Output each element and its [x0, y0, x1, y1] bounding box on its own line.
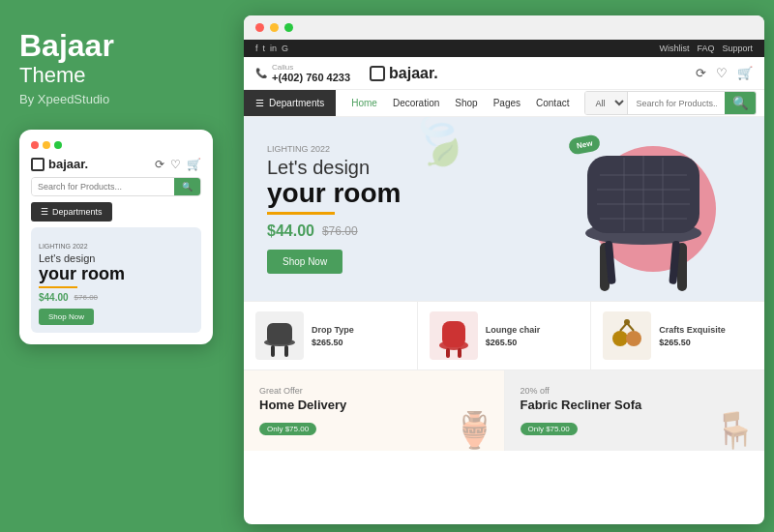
mobile-hero-tag: LIGHTING 2022 — [39, 243, 88, 250]
promo-card-1: 20% off Fabric Recliner Sofa Only $75.00… — [505, 370, 765, 451]
hero-content: LIGHTING 2022 Let's design your room $44… — [244, 125, 424, 294]
svg-point-22 — [626, 331, 641, 346]
svg-rect-18 — [442, 321, 465, 347]
mobile-price-row: $44.00 $76.00 — [39, 292, 194, 303]
svg-rect-19 — [446, 348, 450, 358]
mobile-logo: bajaar. — [31, 157, 88, 171]
product-name-2: Crafts Exquisite — [659, 325, 753, 335]
faq-link[interactable]: FAQ — [697, 44, 714, 53]
support-link[interactable]: Support — [722, 44, 753, 53]
hero-price-row: $44.00 $76.00 — [267, 222, 401, 240]
nav-links: Home Decoration Shop Pages Contact — [336, 90, 584, 116]
nav-home[interactable]: Home — [343, 90, 385, 116]
mobile-dot-green — [54, 141, 62, 149]
promo-img-1: 🪑 — [713, 410, 757, 451]
svg-rect-15 — [271, 345, 275, 357]
svg-point-25 — [624, 319, 630, 325]
mobile-header: bajaar. ⟳ ♡ 🛒 — [31, 157, 201, 171]
hero-h1: Let's design — [267, 156, 401, 179]
product-card-1: Lounge chair $265.50 — [418, 302, 592, 369]
site-header: 📞 Callus +(402) 760 4233 bajaar. ⟳ ♡ 🛒 — [244, 57, 764, 90]
products-row: Drop Type $265.50 Lounge chair $265.50 — [244, 301, 764, 370]
mobile-search-button[interactable]: 🔍 — [174, 178, 200, 195]
logo-text: bajaar. — [389, 65, 438, 82]
svg-rect-16 — [284, 345, 288, 357]
mobile-dot-red — [31, 141, 39, 149]
mobile-header-icons: ⟳ ♡ 🛒 — [155, 158, 201, 171]
call-label: Callus — [272, 63, 350, 72]
mobile-heart-icon[interactable]: ♡ — [170, 158, 181, 171]
mobile-refresh-icon[interactable]: ⟳ — [155, 158, 164, 171]
product-price-2: $265.50 — [659, 338, 753, 347]
promo-img-0: 🏺 — [453, 410, 496, 451]
linkedin-icon[interactable]: in — [270, 44, 277, 53]
search-category-select[interactable]: All — [585, 92, 628, 114]
search-submit-button[interactable]: 🔍 — [725, 92, 757, 114]
site-logo: bajaar. — [370, 65, 457, 82]
product-image-0 — [255, 311, 304, 360]
mobile-search-bar[interactable]: 🔍 — [31, 177, 201, 196]
svg-rect-14 — [267, 323, 292, 344]
dept-label: Departments — [269, 98, 324, 108]
cart-icon[interactable]: 🛒 — [737, 66, 753, 80]
social-icons: f t in G — [255, 44, 288, 53]
mobile-cart-icon[interactable]: 🛒 — [187, 158, 201, 171]
mobile-dot-yellow — [43, 141, 50, 149]
svg-rect-20 — [458, 348, 461, 358]
mobile-lock-icon — [31, 158, 45, 171]
hero-price: $44.00 — [267, 222, 314, 240]
twitter-icon[interactable]: t — [263, 44, 266, 53]
brand-name: Bajaar — [19, 29, 221, 63]
product-price-1: $265.50 — [486, 338, 580, 347]
chair-svg — [532, 127, 755, 301]
mobile-hamburger-icon: ☰ — [41, 207, 48, 217]
mobile-hero-section: LIGHTING 2022 Let's design your room $44… — [31, 227, 201, 333]
nav-decoration[interactable]: Decoration — [385, 90, 447, 116]
hero-chair-area — [522, 117, 764, 301]
browser-dot-green — [284, 23, 293, 32]
mobile-price-old: $76.00 — [74, 293, 98, 302]
wishlist-link[interactable]: Wishlist — [659, 44, 689, 53]
mobile-logo-text: bajaar. — [48, 157, 88, 171]
nav-shop[interactable]: Shop — [447, 90, 485, 116]
product-name-1: Lounge chair — [486, 325, 580, 335]
search-bar[interactable]: All 🔍 — [584, 91, 757, 115]
promo-badge-0: Only $75.00 — [259, 423, 316, 435]
browser-dot-red — [255, 23, 264, 32]
lock-icon — [370, 66, 385, 81]
nav-pages[interactable]: Pages — [486, 90, 528, 116]
mobile-departments-button[interactable]: ☰ Departments — [31, 202, 112, 222]
site-header-icons: ⟳ ♡ 🛒 — [696, 66, 753, 80]
hero-underline — [267, 212, 335, 215]
browser-mockup: f t in G Wishlist FAQ Support 📞 Callus +… — [244, 15, 764, 524]
mobile-hero-h2: your room — [39, 265, 194, 284]
mobile-price: $44.00 — [39, 292, 69, 303]
product-info-0: Drop Type $265.50 — [312, 325, 405, 347]
heart-icon[interactable]: ♡ — [716, 66, 728, 80]
hero-section: LIGHTING 2022 Let's design your room $44… — [244, 117, 764, 301]
search-input[interactable] — [628, 92, 725, 114]
departments-button[interactable]: ☰ Departments — [244, 90, 336, 116]
promo-card-0: Great Offer Home Delivery Only $75.00 🏺 — [244, 370, 505, 451]
phone-icon: 📞 — [255, 68, 267, 78]
nav-contact[interactable]: Contact — [528, 90, 577, 116]
shop-now-button[interactable]: Shop Now — [267, 250, 342, 274]
mobile-window-controls — [31, 141, 201, 149]
facebook-icon[interactable]: f — [255, 44, 258, 53]
mobile-shop-button[interactable]: Shop Now — [39, 309, 94, 325]
hamburger-icon: ☰ — [255, 98, 264, 108]
phone-number: +(402) 760 4233 — [272, 72, 350, 83]
browser-dot-yellow — [270, 23, 279, 32]
mobile-search-input[interactable] — [32, 178, 174, 195]
promo-offer-1: 20% off — [521, 386, 750, 396]
product-card-2: Crafts Exquisite $265.50 — [591, 302, 764, 369]
mobile-mockup: bajaar. ⟳ ♡ 🛒 🔍 ☰ Departments LIGHTING 2… — [19, 130, 213, 344]
google-icon[interactable]: G — [282, 44, 288, 53]
left-panel: Bajaar Theme By XpeedStudio bajaar. ⟳ ♡ … — [0, 0, 240, 532]
promo-badge-1: Only $75.00 — [521, 423, 578, 435]
brand-subtitle: Theme — [19, 63, 221, 88]
product-image-2 — [603, 311, 651, 360]
refresh-icon[interactable]: ⟳ — [696, 66, 706, 80]
hero-price-old: $76.00 — [322, 224, 358, 238]
svg-point-21 — [612, 331, 628, 346]
